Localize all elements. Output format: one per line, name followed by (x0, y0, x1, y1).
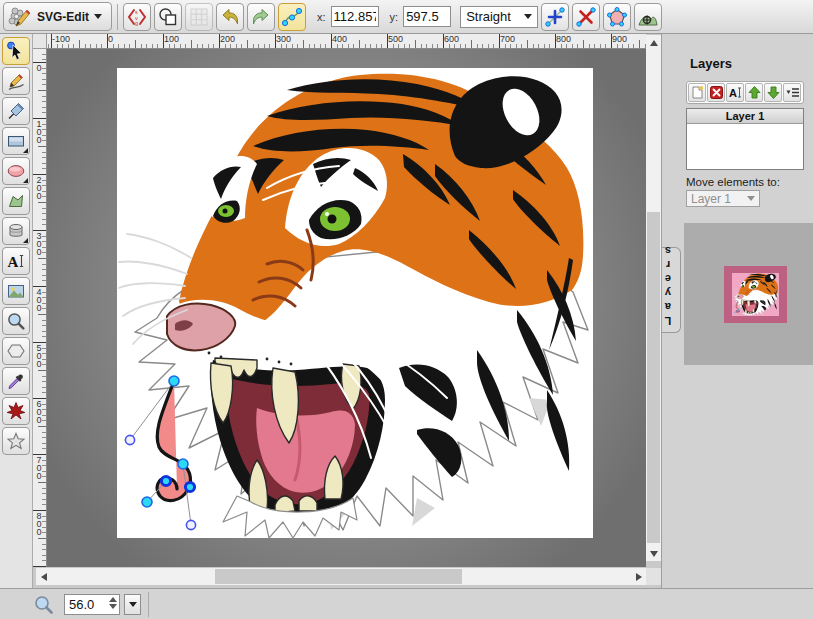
move-layer-down-button[interactable] (764, 83, 782, 102)
wireframe-icon (158, 7, 178, 27)
arrow-down-icon (650, 551, 658, 557)
hexagon-icon (6, 341, 26, 361)
edit-source-button[interactable]: s v g (123, 3, 151, 31)
tool-eyedropper-button[interactable] (2, 367, 30, 395)
open-path-icon (606, 6, 628, 28)
scroll-up-button[interactable] (646, 35, 661, 50)
submenu-arrow-icon (23, 148, 28, 153)
move-layer-up-button[interactable] (745, 83, 763, 102)
pencil-icon (6, 71, 26, 91)
tiger-artwork (117, 68, 593, 538)
layer-thumbnail (724, 266, 787, 323)
grid-button[interactable] (185, 3, 213, 31)
undo-button[interactable] (216, 3, 244, 31)
vertical-scrollbar[interactable] (646, 35, 661, 561)
source-code-icon: s v g (126, 6, 148, 28)
new-layer-button[interactable] (688, 83, 706, 102)
layer-menu-icon (785, 85, 800, 100)
add-subpath-button[interactable] (634, 3, 662, 31)
segment-type-value: Straight (466, 9, 511, 24)
delete-layer-button[interactable] (707, 83, 725, 102)
chevron-down-icon (524, 14, 532, 19)
line-icon (6, 101, 26, 121)
tool-select-button[interactable] (2, 37, 30, 65)
tool-star-button[interactable] (2, 427, 30, 455)
svg-edit-app: SVG-Edit s v g (0, 0, 813, 619)
tool-image-button[interactable] (2, 277, 30, 305)
tool-shape-button[interactable] (2, 397, 30, 425)
horizontal-scrollbar[interactable] (36, 568, 646, 585)
move-target-select[interactable]: Layer 1 (686, 190, 760, 207)
rename-layer-icon: A (728, 85, 743, 100)
path-nodes-icon (281, 6, 303, 28)
svg-text:g: g (135, 20, 138, 26)
text-icon: A (6, 251, 26, 271)
rename-layer-button[interactable]: A (726, 83, 744, 102)
scrollbar-corner (646, 568, 661, 585)
layer-up-icon (747, 85, 762, 100)
layer-list: Layer 1 (686, 108, 804, 170)
toolbar-divider (117, 4, 118, 30)
vertical-scroll-thumb[interactable] (647, 212, 660, 543)
layer-menu-button[interactable] (783, 83, 801, 102)
scroll-down-button[interactable] (646, 546, 661, 561)
segment-type-select[interactable]: Straight (460, 6, 538, 28)
scroll-left-button[interactable] (36, 569, 51, 584)
tool-path-button[interactable] (2, 187, 30, 215)
submenu-arrow-icon (23, 178, 28, 183)
tool-rectangle-button[interactable] (2, 127, 30, 155)
tool-line-button[interactable] (2, 97, 30, 125)
tool-pencil-button[interactable] (2, 67, 30, 95)
main-menu-button[interactable]: SVG-Edit (3, 2, 112, 31)
zoom-field (64, 594, 120, 615)
ruler-corner (33, 34, 47, 49)
add-node-button[interactable] (541, 3, 569, 31)
zoom-preset-dropdown[interactable] (124, 594, 141, 615)
star-icon (6, 431, 26, 451)
zoom-icon (33, 594, 55, 616)
status-bar (0, 588, 813, 619)
y-coordinate-label: y: (390, 11, 399, 23)
tool-polygon-button[interactable] (2, 337, 30, 365)
horizontal-scroll-thumb[interactable] (215, 569, 462, 584)
delete-layer-icon (709, 85, 724, 100)
x-coordinate-input[interactable] (331, 6, 379, 27)
layer-down-icon (766, 85, 781, 100)
red-shape-icon (6, 401, 26, 421)
layer-thumbnail-image (732, 273, 779, 316)
layers-sidebar: Layers A (661, 34, 813, 588)
select-icon (6, 41, 26, 61)
x-coordinate-label: x: (317, 11, 326, 23)
canvas-viewport[interactable] (47, 49, 646, 567)
layer-row[interactable]: Layer 1 (687, 109, 803, 124)
zoom-tool-icon (6, 311, 26, 331)
workspace: -10001002003004005006007008009001000 010… (33, 34, 661, 588)
svg-edit-logo-icon (8, 5, 32, 29)
open-path-button[interactable] (603, 3, 631, 31)
tool-zoom-button[interactable] (2, 307, 30, 335)
move-target-value: Layer 1 (691, 192, 731, 206)
layers-panel-title: Layers (690, 56, 732, 71)
grid-icon (189, 7, 209, 27)
eyedropper-icon (6, 371, 26, 391)
tool-shape-library-button[interactable] (2, 217, 30, 245)
layers-panel-toggle[interactable]: Layers (662, 247, 681, 333)
layer-buttons-bar: A (686, 81, 804, 104)
wireframe-mode-button[interactable] (154, 3, 182, 31)
path-node-link-button[interactable] (278, 3, 306, 31)
h-ruler: -10001002003004005006007008009001000 (33, 34, 646, 49)
statusbar-divider (148, 592, 149, 617)
scroll-right-button[interactable] (631, 569, 646, 584)
svg-text:A: A (8, 254, 19, 270)
drawing-canvas[interactable] (117, 68, 593, 538)
top-toolbar: SVG-Edit s v g (0, 0, 813, 34)
delete-node-button[interactable] (572, 3, 600, 31)
tool-text-button[interactable]: A (2, 247, 30, 275)
y-coordinate-input[interactable] (403, 6, 451, 27)
redo-button[interactable] (247, 3, 275, 31)
image-icon (6, 281, 26, 301)
hill-target-icon (637, 6, 659, 28)
submenu-arrow-icon (23, 238, 28, 243)
zoom-level-input[interactable] (64, 594, 120, 615)
tool-ellipse-button[interactable] (2, 157, 30, 185)
